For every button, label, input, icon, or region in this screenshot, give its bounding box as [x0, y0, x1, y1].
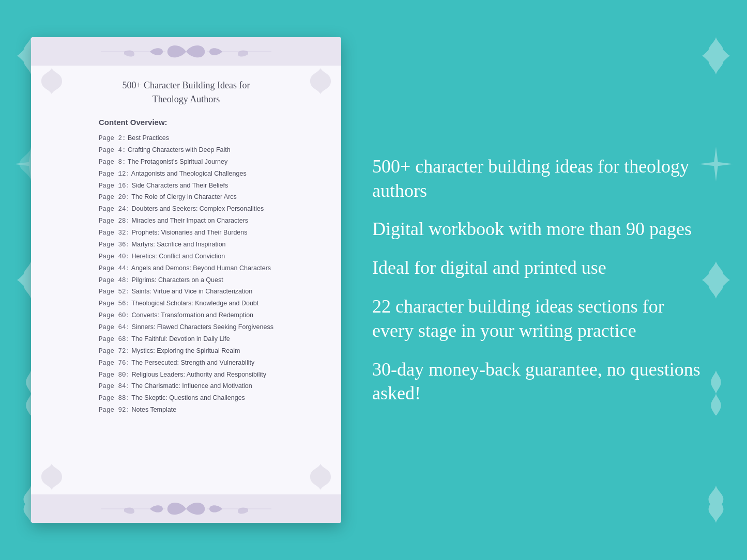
toc-item: Page 20: The Role of Clergy in Character…: [99, 192, 273, 204]
toc-item: Page 40: Heretics: Conflict and Convicti…: [99, 251, 273, 263]
toc-item: Page 64: Sinners: Flawed Characters Seek…: [99, 322, 273, 334]
toc-item: Page 44: Angels and Demons: Beyond Human…: [99, 263, 273, 275]
corner-tl-decoration: [36, 66, 67, 99]
svg-point-16: [49, 474, 54, 479]
toc-item: Page 24: Doubters and Seekers: Complex P…: [99, 204, 273, 215]
toc-item: Page 48: Pilgrims: Characters on a Quest: [99, 275, 273, 287]
toc-item: Page 76: The Persecuted: Strength and Vu…: [99, 357, 273, 369]
toc-item: Page 52: Saints: Virtue and Vice in Char…: [99, 286, 273, 298]
feature-text-3: 22 character building ideas sections for…: [372, 294, 706, 343]
toc-item: Page 88: The Skeptic: Questions and Chal…: [99, 393, 273, 405]
feature-text-4: 30-day money-back guarantee, no question…: [372, 357, 706, 406]
toc-item: Page 36: Martyrs: Sacrifice and Inspirat…: [99, 239, 273, 251]
text-panel: 500+ character building ideas for theolo…: [367, 154, 706, 406]
toc-item: Page 12: Antagonists and Theological Cha…: [99, 168, 273, 180]
toc-item: Page 56: Theological Scholars: Knowledge…: [99, 298, 273, 310]
content-overview-label: Content Overview:: [99, 118, 273, 127]
doc-bottom-border: [31, 494, 341, 523]
toc-list: Page 2: Best PracticesPage 4: Crafting C…: [99, 133, 273, 416]
feature-text-2: Ideal for digital and printed use: [372, 256, 706, 280]
toc-item: Page 16: Side Characters and Their Belie…: [99, 180, 273, 192]
toc-item: Page 80: Religious Leaders: Authority an…: [99, 369, 273, 381]
toc-item: Page 32: Prophets: Visionaries and Their…: [99, 227, 273, 239]
main-container: 500+ Character Building Ideas for Theolo…: [0, 0, 747, 560]
toc-item: Page 8: The Protagonist's Spiritual Jour…: [99, 157, 273, 168]
feature-text-1: Digital workbook with more than 90 pages: [372, 217, 706, 241]
toc-item: Page 4: Crafting Characters with Deep Fa…: [99, 145, 273, 157]
svg-point-17: [318, 474, 323, 479]
document-card: 500+ Character Building Ideas for Theolo…: [31, 37, 341, 523]
toc-item: Page 2: Best Practices: [99, 133, 273, 145]
toc-item: Page 28: Miracles and Their Impact on Ch…: [99, 215, 273, 227]
doc-content: 500+ Character Building Ideas for Theolo…: [68, 66, 304, 494]
toc-item: Page 92: Notes Template: [99, 405, 273, 416]
svg-point-14: [49, 79, 54, 84]
toc-item: Page 68: The Faithful: Devotion in Daily…: [99, 334, 273, 346]
feature-text-0: 500+ character building ideas for theolo…: [372, 154, 706, 203]
doc-title: 500+ Character Building Ideas for Theolo…: [99, 79, 273, 106]
toc-item: Page 72: Mystics: Exploring the Spiritua…: [99, 346, 273, 357]
doc-top-border: [31, 37, 341, 66]
toc-item: Page 60: Converts: Transformation and Re…: [99, 310, 273, 322]
toc-item: Page 84: The Charismatic: Influence and …: [99, 381, 273, 393]
corner-br-decoration: [305, 461, 336, 494]
corner-tr-decoration: [305, 66, 336, 99]
svg-point-15: [318, 79, 323, 84]
corner-bl-decoration: [36, 461, 67, 494]
